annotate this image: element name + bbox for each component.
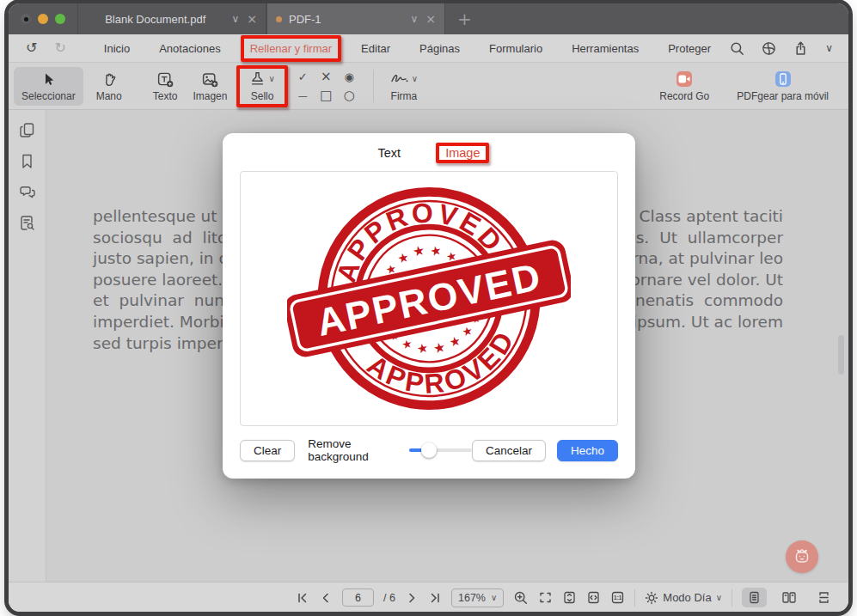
done-button[interactable]: Hecho <box>557 440 618 461</box>
document-tab-blank[interactable]: Blank Document.pdf ∨ × <box>77 3 266 34</box>
undo-icon[interactable]: ↺ <box>26 41 37 55</box>
first-page-icon[interactable] <box>296 591 309 605</box>
menubar: ↺ ↻ Inicio Anotaciones Rellenar y firmar… <box>9 34 848 63</box>
cancel-button[interactable]: Cancelar <box>472 440 546 461</box>
toolbar-right: Record Go PDFgear para móvil <box>652 67 836 106</box>
tab-title: PDF-1 <box>289 13 402 26</box>
fit-width-icon[interactable] <box>586 590 601 605</box>
comments-panel-icon[interactable] <box>19 184 36 200</box>
fit-height-icon[interactable] <box>562 590 577 605</box>
slider-thumb[interactable] <box>421 442 437 458</box>
shape-tools-grid: ✓ × ◉ — □ ○ <box>291 67 361 105</box>
image-tool-button[interactable]: Imagen <box>185 67 235 106</box>
signature-icon <box>390 70 409 88</box>
page-total-label: / 6 <box>383 592 395 604</box>
stamp-preview-area: APPROVED APPROVED ★ ★ ★ ★ <box>240 171 618 426</box>
two-page-view-icon[interactable] <box>776 588 802 607</box>
statusbar-divider <box>732 589 732 607</box>
toolbar-divider <box>373 70 374 102</box>
hand-tool-button[interactable]: Mano <box>89 67 130 106</box>
menu-item-rellenar-y-firmar[interactable]: Rellenar y firmar <box>248 40 334 58</box>
line-annotation-button[interactable]: — <box>298 90 308 101</box>
previous-page-icon[interactable] <box>319 591 333 605</box>
page-thumbnails-panel-icon[interactable] <box>19 122 35 138</box>
menu-item-editar[interactable]: Editar <box>359 40 392 58</box>
stamp-dialog-tabs: Text Image <box>223 133 635 160</box>
cross-annotation-button[interactable]: × <box>321 69 332 84</box>
actual-size-icon[interactable]: 1:1 <box>610 590 625 605</box>
chevron-down-icon[interactable]: ∨ <box>410 13 418 25</box>
zoom-window-button[interactable] <box>55 14 65 24</box>
pdfgear-mobile-button[interactable]: PDFgear para móvil <box>729 67 836 106</box>
assistant-robot-button[interactable] <box>786 540 818 573</box>
signature-tool-button[interactable]: ∨ Firma <box>383 67 425 106</box>
continuous-scroll-view-icon[interactable] <box>811 588 836 607</box>
star-icon: ★ <box>396 249 410 265</box>
tab-image[interactable]: Image <box>445 146 480 160</box>
stamp-icon <box>249 70 266 88</box>
bookmarks-panel-icon[interactable] <box>19 153 35 169</box>
document-tab-pdf1[interactable]: PDF-1 ∨ × <box>266 3 445 34</box>
star-icon: ★ <box>412 242 426 260</box>
star-icon: ★ <box>448 332 462 349</box>
record-go-button[interactable]: Record Go <box>652 67 717 106</box>
hand-icon <box>101 70 117 88</box>
record-go-icon <box>676 71 692 87</box>
single-page-view-icon[interactable] <box>742 588 767 607</box>
menu-item-herramientas[interactable]: Herramientas <box>570 40 640 58</box>
redo-icon[interactable]: ↻ <box>54 41 65 55</box>
document-search-panel-icon[interactable] <box>19 215 35 231</box>
zoom-level-select[interactable]: 167% ∨ <box>451 589 504 607</box>
document-canvas[interactable]: pellentesque ut c. Class aptent taciti s… <box>46 110 848 582</box>
chevron-down-icon[interactable]: ∨ <box>231 13 239 25</box>
fit-page-icon[interactable] <box>538 590 553 605</box>
star-icon: ★ <box>432 339 447 357</box>
globe-icon[interactable] <box>762 41 776 56</box>
new-tab-button[interactable]: + <box>445 3 484 34</box>
menu-item-proteger[interactable]: Proteger <box>666 40 713 58</box>
page-number-input[interactable] <box>342 589 374 607</box>
tab-text[interactable]: Text <box>378 146 401 160</box>
next-page-icon[interactable] <box>405 591 419 605</box>
view-mode-label: Modo Día <box>663 591 711 604</box>
menu-item-anotaciones[interactable]: Anotaciones <box>157 40 223 58</box>
text-tool-button[interactable]: Texto <box>145 67 186 106</box>
square-annotation-button[interactable]: □ <box>320 88 332 103</box>
image-add-icon <box>201 70 218 88</box>
stamp-tool-button[interactable]: ∨ Sello <box>242 67 282 106</box>
menu-item-formulario[interactable]: Formulario <box>487 40 544 58</box>
select-tool-button[interactable]: Seleccionar <box>14 67 83 106</box>
robot-icon <box>792 546 812 567</box>
content-area: pellentesque ut c. Class aptent taciti s… <box>9 110 848 582</box>
star-icon: ★ <box>415 339 429 356</box>
clear-button[interactable]: Clear <box>240 440 295 461</box>
chevron-down-icon: ∨ <box>412 70 418 88</box>
close-window-button[interactable] <box>21 14 31 24</box>
search-icon[interactable] <box>730 41 744 56</box>
sun-icon <box>645 591 658 605</box>
circle-annotation-button[interactable]: ○ <box>344 88 355 103</box>
chevron-down-icon: ∨ <box>716 593 722 602</box>
minimize-window-button[interactable] <box>38 14 48 24</box>
tab-title: Blank Document.pdf <box>87 13 223 26</box>
collapse-toolbar-chevron-icon[interactable]: ∨ <box>825 40 833 57</box>
titlebar: Blank Document.pdf ∨ × PDF-1 ∨ × + <box>9 3 848 34</box>
left-panel-sidebar <box>9 110 46 582</box>
zoom-in-icon[interactable] <box>513 590 529 606</box>
view-mode-button[interactable]: Modo Día ∨ <box>645 591 722 605</box>
menu-item-inicio[interactable]: Inicio <box>102 40 132 58</box>
vertical-scrollbar[interactable] <box>838 335 844 375</box>
last-page-icon[interactable] <box>428 591 442 605</box>
menubar-right-icons: ∨ <box>730 40 833 57</box>
statusbar-divider <box>634 589 635 607</box>
close-tab-icon[interactable]: × <box>247 12 257 26</box>
remove-background-slider[interactable] <box>409 448 472 452</box>
menu-item-paginas[interactable]: Páginas <box>418 40 462 58</box>
share-icon[interactable] <box>793 41 808 56</box>
window-controls <box>9 3 77 34</box>
check-annotation-button[interactable]: ✓ <box>298 70 308 83</box>
actual-size-label: 1:1 <box>610 590 625 605</box>
close-tab-icon[interactable]: × <box>425 12 436 26</box>
radio-annotation-button[interactable]: ◉ <box>345 70 354 83</box>
mobile-phone-icon <box>775 71 791 87</box>
